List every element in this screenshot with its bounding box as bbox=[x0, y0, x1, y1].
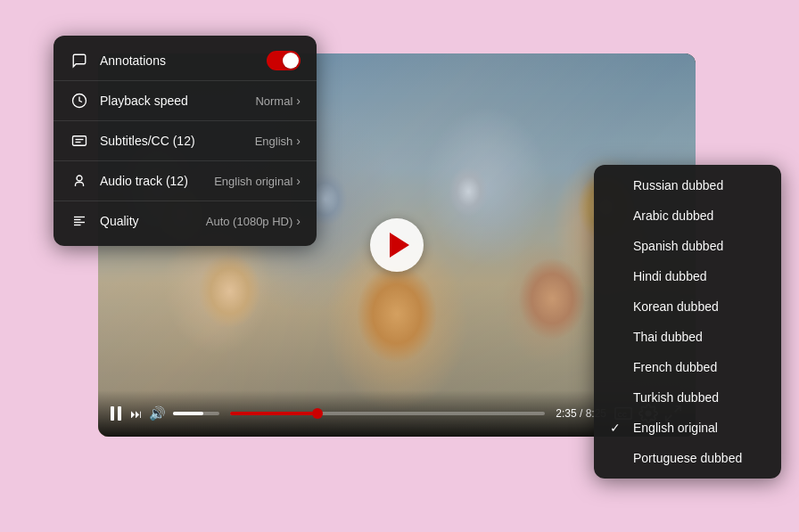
audio-option-hindi[interactable]: ✓Hindi dubbed bbox=[594, 261, 781, 291]
audio-option-arabic[interactable]: ✓Arabic dubbed bbox=[594, 201, 781, 231]
playback-chevron: › bbox=[296, 94, 301, 108]
svg-rect-6 bbox=[73, 136, 86, 146]
volume-fill bbox=[173, 412, 203, 415]
quality-label: Quality bbox=[100, 214, 206, 228]
pause-button[interactable] bbox=[111, 406, 123, 421]
audio-dropdown: ✓Russian dubbed✓Arabic dubbed✓Spanish du… bbox=[594, 165, 781, 479]
audio-option-russian[interactable]: ✓Russian dubbed bbox=[594, 170, 781, 201]
audio-option-spanish[interactable]: ✓Spanish dubbed bbox=[594, 231, 781, 261]
subtitles-value: English bbox=[255, 135, 293, 148]
skip-icon: ⏭ bbox=[130, 407, 142, 421]
volume-button[interactable]: 🔊 bbox=[149, 405, 166, 422]
progress-thumb bbox=[312, 408, 323, 419]
audio-track-row[interactable]: Audio track (12) English original › bbox=[54, 163, 317, 199]
audio-option-french[interactable]: ✓French dubbed bbox=[594, 352, 781, 382]
play-button[interactable] bbox=[370, 218, 424, 272]
divider-2 bbox=[54, 120, 317, 121]
quality-chevron: › bbox=[296, 214, 301, 228]
divider-4 bbox=[54, 201, 317, 201]
audio-option-label-thai: Thai dubbed bbox=[633, 330, 703, 344]
volume-slider[interactable] bbox=[173, 412, 219, 415]
subtitles-row[interactable]: Subtitles/CC (12) English › bbox=[54, 123, 317, 159]
audio-option-korean[interactable]: ✓Korean dubbed bbox=[594, 291, 781, 322]
audio-track-icon bbox=[70, 171, 89, 191]
settings-panel: Annotations Playback speed Normal › Subt… bbox=[54, 36, 317, 246]
divider-1 bbox=[54, 80, 317, 81]
subtitles-icon bbox=[70, 131, 89, 151]
audio-track-chevron: › bbox=[296, 174, 301, 188]
audio-option-label-hindi: Hindi dubbed bbox=[633, 269, 707, 283]
audio-option-label-spanish: Spanish dubbed bbox=[633, 239, 723, 253]
quality-row[interactable]: Quality Auto (1080p HD) › bbox=[54, 203, 317, 239]
playback-speed-row[interactable]: Playback speed Normal › bbox=[54, 83, 317, 119]
subtitles-chevron: › bbox=[296, 134, 301, 148]
audio-option-label-english_original: English original bbox=[633, 421, 718, 435]
annotations-toggle[interactable] bbox=[267, 51, 301, 70]
quality-icon bbox=[70, 211, 89, 231]
annotations-label: Annotations bbox=[100, 53, 267, 68]
volume-icon: 🔊 bbox=[149, 405, 166, 422]
annotations-row[interactable]: Annotations bbox=[54, 43, 317, 78]
toggle-knob bbox=[283, 53, 299, 69]
audio-option-label-french: French dubbed bbox=[633, 360, 717, 374]
playback-speed-value: Normal bbox=[255, 94, 292, 108]
play-icon bbox=[390, 233, 409, 258]
audio-option-thai[interactable]: ✓Thai dubbed bbox=[594, 322, 781, 352]
audio-option-turkish[interactable]: ✓Turkish dubbed bbox=[594, 382, 781, 413]
audio-option-label-arabic: Arabic dubbed bbox=[633, 209, 713, 223]
divider-3 bbox=[54, 160, 317, 161]
svg-point-9 bbox=[77, 176, 82, 181]
audio-track-value: English original bbox=[214, 175, 292, 188]
pause-icon bbox=[111, 406, 123, 421]
subtitles-label: Subtitles/CC (12) bbox=[100, 134, 255, 148]
audio-track-label: Audio track (12) bbox=[100, 174, 214, 188]
playback-icon bbox=[70, 91, 89, 110]
progress-bar[interactable] bbox=[230, 412, 545, 415]
audio-option-label-korean: Korean dubbed bbox=[633, 299, 719, 314]
skip-button[interactable]: ⏭ bbox=[130, 407, 142, 421]
audio-option-label-russian: Russian dubbed bbox=[633, 178, 723, 192]
audio-option-portuguese[interactable]: ✓Portuguese dubbed bbox=[594, 443, 781, 473]
audio-option-english_original[interactable]: ✓English original bbox=[594, 413, 781, 443]
progress-fill bbox=[230, 412, 318, 415]
quality-value: Auto (1080p HD) bbox=[206, 215, 293, 228]
checkmark-english_original: ✓ bbox=[610, 421, 626, 435]
audio-option-label-turkish: Turkish dubbed bbox=[633, 390, 719, 405]
annotations-icon bbox=[70, 51, 89, 70]
playback-speed-label: Playback speed bbox=[100, 94, 255, 108]
audio-option-label-portuguese: Portuguese dubbed bbox=[633, 451, 742, 465]
